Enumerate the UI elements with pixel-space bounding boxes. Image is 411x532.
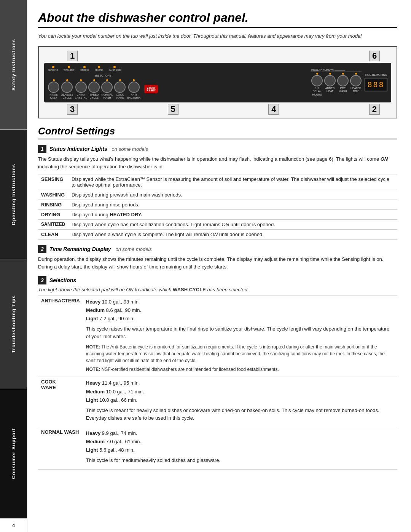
panel-number-1: 1 bbox=[67, 51, 78, 61]
panel-numbers-bottom: 3 5 4 2 bbox=[44, 104, 391, 115]
indicator-key-washing: WASHING bbox=[38, 190, 68, 200]
indicator-row-washing: WASHING Displayed during prewash and mai… bbox=[38, 190, 397, 200]
panel-number-3: 3 bbox=[67, 104, 78, 115]
indicator-row-sanitized: SANITIZED Displayed when cycle has met s… bbox=[38, 219, 397, 229]
panel-btn-anti[interactable]: ANTIBACTERIA bbox=[127, 79, 140, 100]
indicator-desc-sanitized: Displayed when cycle has met sanitizatio… bbox=[68, 219, 397, 229]
item-3-italic-sub: The light above the selected pad will be… bbox=[38, 287, 397, 292]
sel-key-cook-ware: COOKWARE bbox=[38, 377, 83, 427]
item-2-heading: Time Remaining Display bbox=[49, 246, 112, 252]
sidebar-label-operating: Operating Instructions bbox=[11, 164, 16, 225]
enhancement-btns: 1-9DELAYHOURS ADDEDHEAT PREWASH bbox=[311, 73, 362, 96]
sidebar-label-safety: Safety Instructions bbox=[11, 39, 16, 91]
item-2-body: During operation, the display shows the … bbox=[38, 256, 397, 271]
indicator-desc-sensing: Displayed while the ExtraClean™ Sensor i… bbox=[68, 174, 397, 190]
indicator-row-drying: DRYING Displayed during HEATED DRY. bbox=[38, 209, 397, 219]
indicator-key-sensing: SENSING bbox=[38, 174, 68, 190]
sidebar-label-troubleshooting: Troubleshooting Tips bbox=[11, 295, 16, 353]
item-2-badge: 2 bbox=[38, 245, 46, 253]
sidebar-section-safety[interactable]: Safety Instructions bbox=[0, 0, 27, 130]
sidebar-section-operating[interactable]: Operating Instructions bbox=[0, 130, 27, 260]
section-title-control: Control Settings bbox=[38, 125, 397, 139]
indicator-key-rinsing: RINSING bbox=[38, 200, 68, 209]
panel-btn-start[interactable]: START RESET bbox=[144, 85, 158, 93]
panel-btn-glasses[interactable]: GLASSESCYCLE bbox=[61, 79, 73, 100]
status-sensing: SENSING bbox=[48, 66, 58, 71]
indicator-row-sensing: SENSING Displayed while the ExtraClean™ … bbox=[38, 174, 397, 190]
panel-buttons-left: RINSEONLY GLASSESCYCLE CHINACRYSTAL bbox=[48, 79, 158, 100]
panel-numbers-top: 1 6 bbox=[44, 51, 391, 61]
indicator-desc-clean: Displayed when a wash cycle is complete.… bbox=[68, 229, 397, 239]
status-rinsing: RINSING bbox=[80, 66, 89, 71]
panel-btn-heated-dry[interactable]: HEATEDDRY bbox=[350, 73, 362, 96]
intro-text: You can locate your model number on the … bbox=[38, 32, 397, 40]
panel-btn-normal[interactable]: NORMALWASH bbox=[101, 79, 113, 100]
status-drying: DRYING bbox=[94, 66, 103, 71]
indicator-desc-washing: Displayed during prewash and main wash p… bbox=[68, 190, 397, 200]
sel-row-anti-bacteria: ANTI-BACTERIA Heavy 10.0 gal., 93 min. M… bbox=[38, 296, 397, 377]
indicator-key-drying: DRYING bbox=[38, 209, 68, 219]
status-sanitized: SANITIZED bbox=[109, 66, 121, 71]
sel-values-normal-wash: Heavy 9.9 gal., 74 min. Medium 7.0 gal.,… bbox=[83, 427, 397, 469]
sidebar-section-troubleshooting[interactable]: Troubleshooting Tips bbox=[0, 259, 27, 389]
selections-table: ANTI-BACTERIA Heavy 10.0 gal., 93 min. M… bbox=[38, 296, 397, 470]
panel-status-lights: SENSING WASHING RINSING DRYING bbox=[48, 66, 158, 71]
panel-btn-pre-wash[interactable]: PREWASH bbox=[337, 73, 349, 96]
sidebar: Safety Instructions Operating Instructio… bbox=[0, 0, 27, 532]
panel-number-2: 2 bbox=[369, 104, 380, 115]
panel-number-4: 4 bbox=[268, 104, 279, 115]
panel-btn-delay[interactable]: 1-9DELAYHOURS bbox=[311, 73, 323, 96]
panel-right: ENHANCEMENTS ———— 1-9DELAYHOURS ADDEDHEA… bbox=[311, 69, 387, 96]
display-text: 888 bbox=[367, 80, 384, 89]
indicator-row-clean: CLEAN Displayed when a wash cycle is com… bbox=[38, 229, 397, 239]
indicator-table: SENSING Displayed while the ExtraClean™ … bbox=[38, 174, 397, 240]
item-selections: 3 Selections The light above the selecte… bbox=[38, 276, 397, 470]
panel-number-5: 5 bbox=[168, 104, 178, 115]
sel-row-cook-ware: COOKWARE Heavy 11.4 gal., 95 min. Medium… bbox=[38, 377, 397, 427]
sidebar-section-consumer[interactable]: Consumer Support bbox=[0, 389, 27, 519]
sel-values-cook-ware: Heavy 11.4 gal., 95 min. Medium 10.0 gal… bbox=[83, 377, 397, 427]
panel-number-6: 6 bbox=[369, 51, 380, 61]
item-1-badge: 1 bbox=[38, 145, 46, 153]
selections-label-panel: SELECTIONS bbox=[48, 74, 158, 77]
panel-diagram: 1 6 SENSING bbox=[38, 46, 397, 119]
sel-values-anti-bacteria: Heavy 10.0 gal., 93 min. Medium 8.6 gal.… bbox=[83, 296, 397, 377]
indicator-desc-rinsing: Displayed during rinse periods. bbox=[68, 200, 397, 209]
page-number: 4 bbox=[0, 519, 27, 532]
item-1-heading: Status Indicator Lights bbox=[49, 146, 109, 152]
indicator-row-rinsing: RINSING Displayed during rinse periods. bbox=[38, 200, 397, 209]
page-title: About the dishwasher control panel. bbox=[38, 11, 397, 28]
main-content: About the dishwasher control panel. You … bbox=[27, 0, 411, 532]
panel-controls-row: SENSING WASHING RINSING DRYING bbox=[44, 63, 391, 103]
panel-display: 888 bbox=[365, 78, 387, 91]
item-3-heading: Selections bbox=[49, 277, 76, 283]
indicator-key-clean: CLEAN bbox=[38, 229, 68, 239]
item-2-subheading: on some models bbox=[115, 246, 151, 252]
status-washing: WASHING bbox=[64, 66, 74, 71]
panel-btn-speed[interactable]: SPEEDCYCLE bbox=[88, 79, 100, 100]
item-1-subheading: on some models bbox=[112, 146, 148, 152]
item-1-body: The Status display tells you what's happ… bbox=[38, 155, 397, 171]
panel-btn-added-heat[interactable]: ADDEDHEAT bbox=[324, 73, 336, 96]
item-time-remaining: 2 Time Remaining Display on some models … bbox=[38, 245, 397, 271]
item-status-indicator: 1 Status Indicator Lights on some models… bbox=[38, 145, 397, 239]
item-3-badge: 3 bbox=[38, 276, 46, 284]
panel-btn-cook[interactable]: COOKWARE bbox=[114, 79, 126, 100]
indicator-desc-drying: Displayed during HEATED DRY. bbox=[68, 209, 397, 219]
sidebar-label-consumer: Consumer Support bbox=[11, 428, 16, 479]
item-3-header: 3 Selections bbox=[38, 276, 397, 284]
sel-key-normal-wash: NORMAL WASH bbox=[38, 427, 83, 469]
panel-btn-china[interactable]: CHINACRYSTAL bbox=[75, 79, 87, 100]
sel-row-normal-wash: NORMAL WASH Heavy 9.9 gal., 74 min. Medi… bbox=[38, 427, 397, 469]
panel-enhancements: ENHANCEMENTS ———— 1-9DELAYHOURS ADDEDHEA… bbox=[311, 69, 362, 96]
item-2-header: 2 Time Remaining Display on some models bbox=[38, 245, 397, 253]
panel-btn-rinse[interactable]: RINSEONLY bbox=[48, 79, 59, 100]
item-1-header: 1 Status Indicator Lights on some models bbox=[38, 145, 397, 153]
indicator-key-sanitized: SANITIZED bbox=[38, 219, 68, 229]
sel-key-anti-bacteria: ANTI-BACTERIA bbox=[38, 296, 83, 377]
